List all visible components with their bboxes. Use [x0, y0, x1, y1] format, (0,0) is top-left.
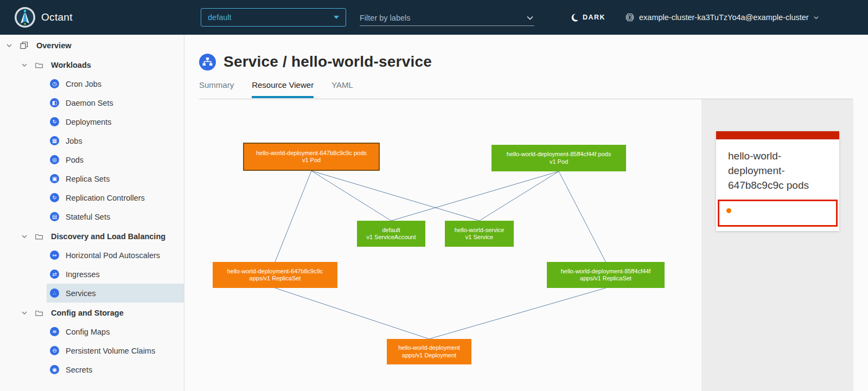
chevron-down-icon[interactable]: [526, 14, 534, 22]
tab-summary[interactable]: Summary: [199, 80, 234, 98]
filter-labels-input[interactable]: [360, 14, 526, 22]
graph-edge-pod-647-svc-hello: [311, 171, 480, 221]
sidebar-item-label: Jobs: [66, 137, 82, 145]
sidebar-item-deployments[interactable]: ↻Deployments: [47, 112, 184, 131]
folder-icon: [35, 309, 43, 317]
sidebar-item-jobs[interactable]: ▦Jobs: [47, 131, 184, 150]
sidebar-item-label: Overview: [36, 41, 72, 50]
sidebar-item-overview[interactable]: Overview: [0, 36, 184, 55]
graph-node-rs-647[interactable]: hello-world-deployment-647b8c9c9capps/v1…: [213, 262, 337, 288]
chevron-down-icon[interactable]: [5, 42, 13, 49]
page-title: Service / hello-world-service: [224, 53, 432, 70]
node-sublabel: apps/v1 ReplicaSet: [580, 275, 631, 283]
sidebar-item-stateful-sets[interactable]: ▤Stateful Sets: [47, 207, 184, 226]
graph-edge-pod-85-svc-hello: [480, 171, 559, 221]
node-sublabel: v1 Service: [465, 234, 493, 241]
sidebar-item-label: Replica Sets: [66, 175, 110, 183]
node-label: hello-world-deployment-647b8c9c9c: [227, 268, 323, 275]
sidebar-item-label: Workloads: [51, 61, 91, 69]
sidebar-item-config-and-storage[interactable]: Config and Storage: [0, 303, 184, 322]
applications-icon: [20, 41, 29, 50]
node-sublabel: v1 Pod: [550, 158, 568, 166]
cluster-selector[interactable]: example-cluster-ka3TuTzYo4a@example-clus…: [625, 0, 819, 35]
cron-jobs-icon: ◷: [50, 79, 59, 88]
sidebar-item-cron-jobs[interactable]: ◷Cron Jobs: [47, 74, 184, 93]
moon-icon: [570, 13, 579, 22]
sidebar-item-label: Cron Jobs: [66, 80, 101, 88]
sidebar-item-services[interactable]: ∴Services: [47, 284, 184, 303]
sidebar-item-replica-sets[interactable]: ▣Replica Sets: [47, 169, 184, 188]
graph-node-svc-hello[interactable]: hello-world-servicev1 Service: [445, 221, 514, 247]
card-status-box: [718, 200, 838, 227]
sidebar-item-workloads[interactable]: Workloads: [0, 55, 184, 74]
app-header: Octant default DARK example-cluster-ka3T…: [0, 0, 868, 35]
folder-icon: [35, 232, 43, 241]
sidebar-item-ingresses[interactable]: ⇄Ingresses: [47, 265, 184, 284]
graph-node-sa-default[interactable]: defaultv1 ServiceAccount: [357, 221, 425, 247]
namespace-value: default: [208, 13, 334, 22]
node-label: hello-world-deployment-85ff4cf44f pods: [507, 151, 611, 158]
sidebar-item-label: Daemon Sets: [66, 99, 113, 107]
persistent-volume-claims-icon: ⊖: [50, 346, 59, 355]
node-label: default: [382, 227, 400, 234]
stateful-sets-icon: ▤: [50, 212, 59, 221]
sidebar-item-config-maps[interactable]: ≡Config Maps: [47, 322, 184, 341]
filter-by-labels: [360, 10, 534, 26]
replication-controllers-icon: ↻: [50, 193, 59, 202]
page-header: Service / hello-world-service: [199, 53, 432, 70]
sidebar-item-replication-controllers[interactable]: ↻Replication Controllers: [47, 188, 184, 207]
sidebar-item-secrets[interactable]: ◉Secrets: [47, 360, 184, 379]
jobs-icon: ▦: [50, 136, 59, 145]
chevron-down-icon[interactable]: [21, 61, 28, 69]
services-icon: ∴: [50, 289, 59, 298]
chevron-down-icon[interactable]: [21, 309, 28, 317]
sidebar-item-label: Config and Storage: [51, 309, 124, 317]
graph-edge-pod-85-sa-default: [391, 171, 559, 221]
sidebar-item-discovery-and-load-balancing[interactable]: Discovery and Load Balancing: [0, 227, 184, 246]
graph-edge-rs-647-deploy: [275, 288, 429, 339]
graph-node-rs-85[interactable]: hello-world-deployment-85ff4cf44fapps/v1…: [547, 262, 665, 288]
sidebar-item-daemon-sets[interactable]: ◧Daemon Sets: [47, 93, 184, 112]
graph-edge-pod-647-sa-default: [311, 171, 391, 221]
sidebar-item-label: Services: [66, 289, 96, 298]
sidebar-item-label: Pods: [66, 156, 84, 164]
graph-node-deploy[interactable]: hello-world-deploymentapps/v1 Deployment: [387, 339, 471, 364]
graph-node-pod-647[interactable]: hello-world-deployment-647b8c9c9c podsv1…: [243, 143, 380, 171]
namespace-dropdown[interactable]: default: [201, 8, 346, 27]
sidebar-item-persistent-volume-claims[interactable]: ⊖Persistent Volume Claims: [47, 341, 184, 360]
folder-icon: [35, 61, 43, 69]
resource-graph: hello-world-deployment-647b8c9c9c podsv1…: [184, 99, 701, 391]
node-label: hello-world-deployment-85ff4cf44f: [561, 268, 651, 275]
sidebar-item-label: Stateful Sets: [66, 213, 110, 221]
sidebar-item-label: Horizontal Pod Autoscalers: [66, 251, 160, 260]
tab-yaml[interactable]: YAML: [331, 80, 353, 98]
deployments-icon: ↻: [50, 117, 59, 126]
graph-edge-rs-85-deploy: [429, 288, 606, 339]
tab-resource-viewer[interactable]: Resource Viewer: [252, 80, 314, 98]
card-title: hello-world-deployment-647b8c9c9c pods: [716, 139, 839, 200]
secrets-icon: ◉: [50, 365, 59, 374]
chevron-down-icon[interactable]: [21, 233, 28, 240]
node-sublabel: apps/v1 Deployment: [402, 352, 456, 360]
cluster-icon: [625, 12, 635, 22]
node-sublabel: v1 Pod: [302, 157, 321, 164]
pods-icon: ◎: [50, 155, 59, 164]
node-label: hello-world-deployment-647b8c9c9c pods: [256, 150, 367, 157]
sidebar-item-label: Deployments: [66, 118, 112, 126]
sidebar-nav: OverviewWorkloads◷Cron Jobs◧Daemon Sets↻…: [0, 35, 184, 391]
sidebar-item-label: Ingresses: [66, 270, 100, 279]
node-sublabel: apps/v1 ReplicaSet: [250, 275, 301, 283]
sidebar-item-label: Secrets: [66, 366, 92, 374]
app-title: Octant: [41, 0, 73, 35]
graph-node-pod-85[interactable]: hello-world-deployment-85ff4cf44f podsv1…: [492, 145, 626, 171]
service-icon: [199, 54, 216, 70]
sidebar-item-label: Discovery and Load Balancing: [51, 232, 165, 241]
node-label: hello-world-service: [455, 227, 505, 234]
node-detail-card[interactable]: hello-world-deployment-647b8c9c9c pods: [716, 131, 839, 231]
octant-logo: [14, 7, 36, 28]
sidebar-item-horizontal-pod-autoscalers[interactable]: ⇔Horizontal Pod Autoscalers: [47, 246, 184, 265]
theme-toggle[interactable]: DARK: [570, 0, 605, 35]
sidebar-item-pods[interactable]: ◎Pods: [47, 150, 184, 169]
horizontal-pod-autoscalers-icon: ⇔: [50, 251, 59, 260]
sidebar-item-label: Replication Controllers: [66, 194, 145, 202]
